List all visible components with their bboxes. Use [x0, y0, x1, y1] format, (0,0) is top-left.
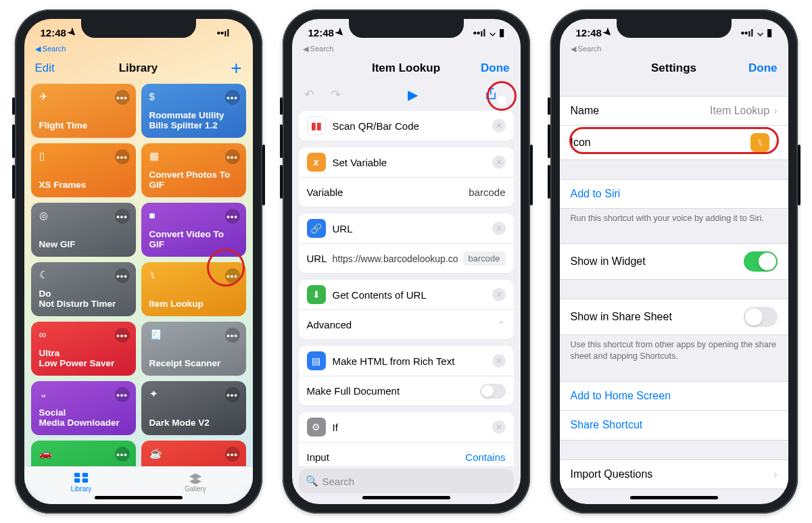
- back-to-search[interactable]: ◀ Search: [35, 45, 66, 53]
- action-scan[interactable]: ▮▮Scan QR/Bar Code✕: [299, 111, 514, 141]
- phone-editor: 12:48➤ ••ıl⌵▮ ◀ Search Item Lookup Done …: [283, 9, 530, 514]
- action-make-html[interactable]: ▤Make HTML from Rich Text✕ Make Full Doc…: [299, 346, 514, 405]
- action-get-contents[interactable]: ⬇Get Contents of URL✕ Advanced⌃: [299, 280, 514, 339]
- share-button[interactable]: [485, 86, 496, 103]
- wifi-icon: ⌵: [489, 26, 496, 39]
- signal-icon: ••ıl: [217, 27, 230, 39]
- tile-icon: ⑊: [149, 269, 238, 281]
- remove-icon[interactable]: ✕: [492, 222, 506, 235]
- tile-more-button[interactable]: •••: [115, 328, 130, 343]
- status-time: 12:48: [576, 27, 602, 39]
- tile-label: Convert Photos To GIF: [149, 170, 238, 191]
- editor-toolbar: ↶ ↷ ▶: [292, 82, 521, 107]
- location-icon: ➤: [65, 25, 80, 40]
- tile-more-button[interactable]: •••: [115, 447, 130, 462]
- tile-label: Receipt Scanner: [149, 358, 238, 369]
- tile-icon: ◎: [39, 209, 128, 222]
- row-sharesheet[interactable]: Show in Share Sheet: [560, 299, 788, 335]
- tile-more-button[interactable]: •••: [225, 90, 240, 105]
- tile-more-button[interactable]: •••: [225, 149, 240, 164]
- remove-icon[interactable]: ✕: [492, 354, 506, 368]
- tab-label: Library: [71, 485, 92, 493]
- shortcut-tile[interactable]: ▦Convert Photos To GIF•••: [141, 143, 246, 197]
- tile-more-button[interactable]: •••: [115, 209, 130, 224]
- shortcut-tile[interactable]: ⌄SocialMedia Downloader•••: [31, 381, 136, 435]
- location-icon: ➤: [333, 25, 348, 40]
- fulldoc-switch[interactable]: [480, 384, 506, 399]
- shortcut-tile[interactable]: ⑊Item Lookup•••: [141, 262, 246, 316]
- url-token[interactable]: barcode: [463, 251, 506, 266]
- row-share-shortcut[interactable]: Share Shortcut: [560, 411, 788, 441]
- shortcut-tile[interactable]: ☾DoNot Disturb Timer•••: [31, 262, 136, 316]
- svg-rect-4: [82, 473, 88, 477]
- action-if[interactable]: ⚙If✕ InputContains ValueBarcode Not Foun…: [299, 412, 514, 466]
- widget-switch[interactable]: [744, 251, 778, 272]
- done-button[interactable]: Done: [748, 61, 778, 75]
- tile-more-button[interactable]: •••: [225, 209, 240, 224]
- action-search[interactable]: 🔍 Search: [299, 469, 514, 493]
- tile-more-button[interactable]: •••: [225, 268, 240, 283]
- shortcut-tile[interactable]: ✈Flight Time•••: [31, 84, 136, 138]
- shortcut-tile[interactable]: 🚗Find Gas Nearby•••: [31, 441, 136, 466]
- row-import[interactable]: Import Questions›: [560, 459, 788, 489]
- shortcut-tile[interactable]: ▯XS Frames•••: [31, 143, 136, 197]
- input-label: Input: [307, 451, 329, 463]
- tile-label: Flight Time: [39, 120, 128, 131]
- action-setvar[interactable]: xSet Variable✕ Variablebarcode: [299, 147, 514, 207]
- row-icon[interactable]: Icon⑊›: [560, 126, 788, 160]
- tab-label: Gallery: [185, 485, 206, 493]
- battery-icon: ▮: [499, 26, 504, 39]
- remove-icon[interactable]: ✕: [492, 420, 506, 434]
- shortcut-tile[interactable]: ■Convert Video To GIF•••: [141, 203, 246, 257]
- advanced-row[interactable]: Advanced: [307, 319, 352, 330]
- url-value[interactable]: https://www.barcodelookup.com/: [333, 253, 458, 264]
- shortcut-tile[interactable]: 🧾Receipt Scanner•••: [141, 322, 246, 376]
- tile-more-button[interactable]: •••: [115, 90, 130, 105]
- page-title: Item Lookup: [372, 61, 440, 75]
- chevron-right-icon: ›: [773, 468, 777, 480]
- input-value[interactable]: Contains: [465, 451, 505, 463]
- edit-button[interactable]: Edit: [35, 61, 55, 75]
- tile-more-button[interactable]: •••: [115, 387, 130, 402]
- remove-icon[interactable]: ✕: [492, 119, 506, 132]
- shortcut-tile[interactable]: ∞UltraLow Power Saver•••: [31, 322, 136, 376]
- back-to-search[interactable]: ◀ Search: [571, 45, 602, 53]
- add-button[interactable]: +: [231, 61, 241, 75]
- tile-icon: ▦: [149, 150, 238, 162]
- search-icon: 🔍: [306, 475, 318, 487]
- done-button[interactable]: Done: [481, 61, 510, 75]
- tab-gallery[interactable]: Gallery: [139, 467, 253, 497]
- remove-icon[interactable]: ✕: [492, 288, 506, 301]
- tile-icon: 🚗: [39, 447, 128, 459]
- run-button[interactable]: ▶: [408, 86, 418, 103]
- tile-more-button[interactable]: •••: [115, 149, 130, 164]
- phone-library: 12:48➤ ••ıl ◀ Search Edit Library + ✈Fli…: [15, 9, 262, 514]
- tile-more-button[interactable]: •••: [115, 268, 130, 283]
- remove-icon[interactable]: ✕: [492, 155, 506, 169]
- redo-button[interactable]: ↷: [331, 87, 341, 102]
- tile-more-button[interactable]: •••: [225, 447, 240, 462]
- status-time: 12:48: [41, 27, 66, 39]
- var-value[interactable]: barcode: [469, 186, 505, 198]
- row-widget[interactable]: Show in Widget: [560, 243, 788, 280]
- action-url[interactable]: 🔗URL✕ URLhttps://www.barcodelookup.com/b…: [299, 214, 514, 273]
- sharesheet-switch[interactable]: [744, 307, 778, 327]
- row-add-siri[interactable]: Add to Siri: [560, 179, 788, 209]
- shortcut-tile[interactable]: ✦Dark Mode V2•••: [141, 381, 246, 435]
- shortcut-tile[interactable]: $Roommate Utility Bills Splitter 1.2•••: [141, 84, 246, 138]
- tile-more-button[interactable]: •••: [225, 328, 240, 343]
- shortcut-tile[interactable]: ☕Walkto Coffee Shop•••: [141, 441, 246, 466]
- tile-icon: ⌄: [39, 388, 128, 400]
- undo-button[interactable]: ↶: [304, 87, 314, 102]
- back-to-search[interactable]: ◀ Search: [303, 45, 334, 53]
- tile-icon: $: [149, 91, 238, 103]
- tile-label: New GIF: [39, 239, 128, 250]
- signal-icon: ••ıl: [741, 27, 754, 39]
- row-homescreen[interactable]: Add to Home Screen: [560, 381, 788, 411]
- tile-label: Roommate Utility Bills Splitter 1.2: [149, 110, 238, 131]
- tile-more-button[interactable]: •••: [225, 387, 240, 402]
- siri-hint: Run this shortcut with your voice by add…: [560, 209, 788, 224]
- row-name[interactable]: NameItem Lookup›: [560, 96, 788, 126]
- shortcut-tile[interactable]: ◎New GIF•••: [31, 203, 136, 257]
- tab-library[interactable]: Library: [24, 467, 139, 497]
